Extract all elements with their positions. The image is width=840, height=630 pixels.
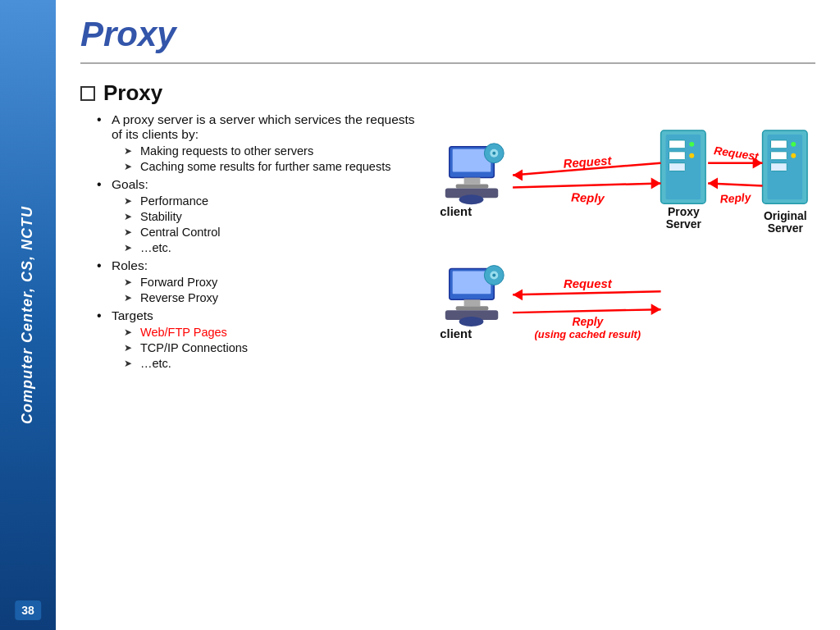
diagram-section: client Proxy Server [425, 80, 815, 622]
proxy-server-label2: Server [666, 217, 702, 231]
svg-line-36 [513, 291, 660, 294]
sidebar: Computer Center, CS, NCTU 38 [0, 0, 56, 630]
svg-rect-29 [464, 299, 481, 306]
proxy-server-label: Proxy [668, 205, 700, 218]
client1-icon [445, 144, 504, 204]
bullet-l2-goals: Performance Stability Central Control …e… [124, 194, 425, 254]
client2-icon [445, 266, 504, 326]
sidebar-text: Computer Center, CS, NCTU [18, 206, 37, 424]
main-content: Proxy Proxy A proxy server is a server w… [56, 0, 840, 630]
svg-point-21 [791, 142, 796, 147]
reply-cached-arrow [651, 304, 661, 315]
svg-point-32 [459, 317, 484, 326]
sub-making-requests: Making requests to other servers [124, 144, 425, 158]
proxy-server-icon [661, 130, 706, 203]
svg-point-8 [492, 152, 495, 155]
sub-etc-targets: …etc. [124, 357, 425, 370]
request-label-right: Request [713, 144, 760, 163]
sub-forward-proxy: Forward Proxy [124, 276, 425, 289]
main-heading-label: Proxy [103, 80, 162, 106]
original-server-icon [763, 130, 808, 203]
svg-line-37 [513, 309, 660, 313]
svg-point-14 [689, 142, 694, 147]
svg-rect-18 [770, 140, 787, 148]
svg-rect-3 [456, 184, 489, 188]
request-arrow-left-top [513, 170, 523, 181]
bullet-list-l1: A proxy server is a server which service… [97, 112, 425, 370]
main-heading-row: Proxy [80, 80, 425, 106]
header: Proxy [56, 0, 840, 62]
bullet-l2-roles: Forward Proxy Reverse Proxy [124, 276, 425, 304]
reply-label-right: Reply [719, 190, 752, 206]
bullet-targets: Targets Web/FTP Pages TCP/IP Connections… [97, 308, 425, 370]
bullet-l2-proxy: Making requests to other servers Caching… [124, 144, 425, 173]
reply-arrow-left [708, 178, 718, 189]
checkbox-icon [80, 86, 95, 101]
bullet-roles: Roles: Forward Proxy Reverse Proxy [97, 258, 425, 304]
bullet-roles-text: Roles: [112, 258, 148, 272]
client1-label: client [440, 205, 472, 218]
sub-reverse-proxy: Reverse Proxy [124, 291, 425, 304]
sub-etc-goals: …etc. [124, 241, 425, 254]
bullet-goals-text: Goals: [112, 177, 148, 191]
sub-caching: Caching some results for further same re… [124, 160, 425, 173]
bullet-proxy-server: A proxy server is a server which service… [97, 112, 425, 173]
svg-point-35 [492, 274, 495, 277]
reply-arrow-right-top [651, 178, 661, 189]
svg-line-24 [513, 183, 660, 187]
bullet-l2-targets: Web/FTP Pages TCP/IP Connections …etc. [124, 326, 425, 370]
client2-label: client [440, 327, 472, 340]
request-label-bottom: Request [564, 277, 613, 290]
sub-tcpip: TCP/IP Connections [124, 341, 425, 354]
original-server-label2: Server [768, 221, 804, 235]
request-arrow-bottom [513, 289, 523, 300]
page-title: Proxy [80, 15, 815, 54]
sub-central-control: Central Control [124, 226, 425, 239]
svg-point-5 [459, 194, 484, 204]
bullet-targets-text: Targets [112, 308, 153, 322]
svg-rect-2 [464, 178, 481, 185]
content-area: Proxy A proxy server is a server which s… [56, 64, 840, 630]
reply-cached-label2: (using cached result) [535, 328, 641, 340]
svg-rect-19 [770, 152, 787, 160]
svg-rect-12 [669, 152, 686, 160]
bullet-proxy-server-text: A proxy server is a server which service… [112, 112, 415, 141]
sub-performance: Performance [124, 194, 425, 208]
page-number: 38 [15, 600, 41, 620]
svg-rect-13 [669, 163, 686, 171]
diagram-svg: client Proxy Server [425, 80, 815, 376]
sub-web-ftp: Web/FTP Pages [124, 326, 425, 339]
original-server-label: Original [764, 209, 806, 222]
sub-stability: Stability [124, 210, 425, 223]
reply-label-top: Reply [571, 191, 605, 205]
svg-rect-30 [456, 306, 489, 310]
bullet-goals: Goals: Performance Stability Central Con… [97, 177, 425, 254]
svg-point-22 [791, 153, 796, 158]
reply-cached-label1: Reply [572, 315, 604, 328]
svg-rect-20 [770, 163, 787, 171]
svg-point-15 [689, 153, 694, 158]
text-section: Proxy A proxy server is a server which s… [80, 80, 425, 622]
svg-rect-11 [669, 140, 686, 148]
